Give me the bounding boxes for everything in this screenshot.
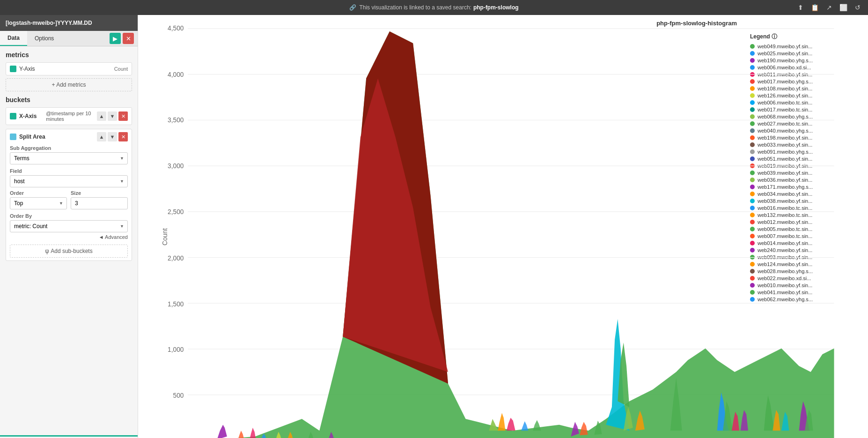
metrics-title: metrics — [6, 51, 132, 59]
split-area-down[interactable]: ▼ — [108, 132, 117, 141]
close-button[interactable]: ✕ — [123, 33, 134, 44]
split-area-header: Split Area ▲ ▼ ✕ — [10, 132, 128, 141]
order-size-row: Order TopBottom Size 3 — [10, 190, 128, 209]
topbar-search-name: php-fpm-slowlog — [473, 4, 519, 11]
x-axis-desc: @timestamp per 10 minutes — [46, 111, 94, 122]
add-sub-buckets-button[interactable]: ψ Add sub-buckets — [10, 245, 128, 258]
size-input[interactable]: 3 — [71, 197, 128, 209]
save-icon[interactable]: ⬆ — [798, 4, 803, 11]
y-axis-value: Count — [114, 66, 128, 72]
tab-options[interactable]: Options — [27, 31, 61, 46]
chart-area: php-fpm-slowlog-histogram Legend ⓘ web04… — [138, 15, 868, 438]
split-area-delete[interactable]: ✕ — [118, 132, 128, 141]
chart-svg-container: 4,500 4,000 3,500 3,000 2,500 2,000 1,50… — [138, 15, 868, 438]
svg-text:3,500: 3,500 — [168, 117, 184, 124]
field-label: Field — [10, 168, 128, 174]
tab-bar: Data Options ▶ ✕ — [0, 31, 138, 46]
svg-marker-28 — [217, 425, 227, 438]
topbar-message: This visualization is linked to a saved … — [359, 4, 471, 11]
svg-text:3,000: 3,000 — [168, 163, 184, 170]
svg-text:500: 500 — [173, 392, 184, 399]
svg-marker-30 — [498, 413, 505, 431]
buckets-title: buckets — [6, 96, 132, 104]
y-axis-label: Y-Axis — [19, 66, 111, 72]
split-area-bucket: Split Area ▲ ▼ ✕ Sub Aggregation TermsFi… — [6, 129, 132, 261]
metrics-section: metrics Y-Axis Count + Add metrics — [0, 46, 138, 96]
order-by-select-wrapper: metric: CountCustom MetricAlphabetical — [10, 220, 128, 232]
svg-marker-53 — [249, 428, 256, 438]
svg-text:2,000: 2,000 — [168, 255, 184, 262]
svg-text:4,500: 4,500 — [168, 25, 184, 32]
tab-data[interactable]: Data — [0, 31, 27, 46]
x-axis-bucket: X-Axis @timestamp per 10 minutes ▲ ▼ ✕ — [6, 107, 132, 125]
advanced-link[interactable]: Advanced — [10, 232, 128, 242]
link-icon: 🔗 — [349, 4, 356, 11]
svg-marker-29 — [489, 419, 499, 431]
order-select[interactable]: TopBottom — [10, 197, 67, 209]
svg-text:2,500: 2,500 — [168, 208, 184, 215]
split-area-icon — [10, 134, 16, 140]
svg-marker-22 — [188, 31, 834, 438]
x-axis-down[interactable]: ▼ — [108, 111, 117, 121]
sidebar-bottom-bar — [0, 435, 138, 438]
svg-text:4,000: 4,000 — [168, 71, 184, 78]
x-axis-icon — [10, 113, 16, 119]
x-axis-up[interactable]: ▲ — [97, 111, 106, 121]
sidebar-title: [logstash-mweibo-]YYYY.MM.DD — [0, 15, 138, 31]
x-axis-header: X-Axis @timestamp per 10 minutes ▲ ▼ ✕ — [10, 111, 128, 122]
order-by-label: Order By — [10, 213, 128, 219]
chart-svg: 4,500 4,000 3,500 3,000 2,500 2,000 1,50… — [162, 20, 863, 438]
sub-agg-select[interactable]: TermsFiltersSignificant TermsDate Histog… — [10, 152, 128, 164]
buckets-section: buckets X-Axis @timestamp per 10 minutes… — [0, 96, 138, 269]
size-label: Size — [71, 190, 128, 196]
order-select-wrapper: TopBottom — [10, 197, 67, 209]
y-axis-icon — [10, 66, 16, 72]
svg-marker-32 — [521, 421, 528, 431]
top-bar: 🔗 This visualization is linked to a save… — [0, 0, 868, 15]
sub-aggregation: Sub Aggregation TermsFiltersSignificant … — [10, 145, 128, 232]
svg-text:Count: Count — [162, 228, 169, 245]
field-select[interactable]: host_index_type_id — [10, 175, 128, 187]
topbar-actions: ⬆ 📋 ↗ ⬜ ↺ — [798, 4, 861, 11]
split-area-up[interactable]: ▲ — [97, 132, 106, 141]
order-by-select[interactable]: metric: CountCustom MetricAlphabetical — [10, 220, 128, 232]
run-button[interactable]: ▶ — [110, 33, 121, 44]
y-axis-row: Y-Axis Count — [6, 62, 132, 75]
svg-marker-52 — [237, 431, 244, 438]
share-icon[interactable]: ↗ — [826, 4, 832, 11]
svg-marker-35 — [580, 422, 588, 435]
refresh-icon[interactable]: ↺ — [855, 4, 861, 11]
tab-actions: ▶ ✕ — [110, 31, 138, 46]
svg-marker-31 — [507, 418, 515, 431]
sub-agg-label: Sub Aggregation — [10, 145, 128, 151]
x-axis-label: X-Axis — [19, 113, 43, 119]
sub-agg-select-wrapper: TermsFiltersSignificant TermsDate Histog… — [10, 152, 128, 164]
svg-marker-33 — [533, 420, 541, 431]
size-col: Size 3 — [71, 190, 128, 209]
x-axis-delete[interactable]: ✕ — [118, 111, 128, 121]
fullscreen-icon[interactable]: ⬜ — [839, 4, 847, 11]
split-area-controls: ▲ ▼ ✕ — [97, 132, 128, 141]
load-icon[interactable]: 📋 — [811, 4, 819, 11]
sidebar: [logstash-mweibo-]YYYY.MM.DD Data Option… — [0, 15, 138, 438]
add-metrics-button[interactable]: + Add metrics — [6, 78, 132, 91]
svg-text:1,500: 1,500 — [168, 301, 184, 308]
x-axis-controls: ▲ ▼ ✕ — [97, 111, 128, 121]
main-layout: [logstash-mweibo-]YYYY.MM.DD Data Option… — [0, 15, 868, 438]
svg-text:1,000: 1,000 — [168, 346, 184, 353]
field-select-wrapper: host_index_type_id — [10, 175, 128, 187]
order-label: Order — [10, 190, 67, 196]
order-col: Order TopBottom — [10, 190, 67, 209]
split-area-label: Split Area — [19, 134, 94, 140]
